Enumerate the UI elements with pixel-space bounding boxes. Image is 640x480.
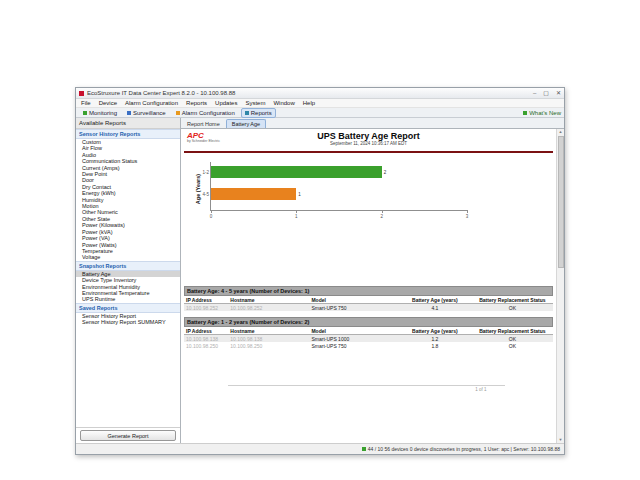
header-rule <box>184 151 553 153</box>
report-timestamp: September 11, 2024 10:36:17 AM EDT <box>184 141 553 146</box>
cell-model: Smart-UPS 1000 <box>309 335 398 343</box>
maximize-icon[interactable]: ▢ <box>543 90 549 96</box>
x-axis-tick-label: 3 <box>466 214 469 219</box>
section-header-saved-reports: Saved Reports <box>76 303 180 313</box>
cell-hostname: 10.100.98.250 <box>228 342 309 349</box>
apc-logo-text: APC <box>187 132 220 139</box>
scrollbar-thumb[interactable] <box>558 136 564 268</box>
status-ok-icon <box>362 447 366 451</box>
status-bar: 44 / 10 56 devices 0 device discoveries … <box>76 443 564 454</box>
tab-battery-age[interactable]: Battery Age <box>226 119 266 128</box>
table-row: 10.100.98.25010.100.98.250Smart-UPS 7501… <box>184 342 553 349</box>
cell-hostname: 10.100.98.138 <box>228 335 309 343</box>
window-controls: –▢✕ <box>533 90 561 96</box>
menu-updates[interactable]: Updates <box>215 100 237 106</box>
report-tables: Battery Age: 4 - 5 years (Number of Devi… <box>184 286 553 349</box>
apc-logo: APC by Schneider Electric <box>187 132 220 143</box>
menu-reports[interactable]: Reports <box>186 100 207 106</box>
chart-y-axis-label: Age (Years) <box>195 174 201 204</box>
section-header-sensor-history-reports: Sensor History Reports <box>76 129 180 139</box>
column-header-battery-age-years: Battery Age (years) <box>398 327 472 335</box>
section-header-snapshot-reports: Snapshot Reports <box>76 261 180 271</box>
x-axis-tick <box>211 210 212 213</box>
apc-logo-subtext: by Schneider Electric <box>187 139 220 143</box>
surveillance-icon <box>127 111 131 115</box>
whats-new-label: What's New <box>529 110 561 116</box>
chart-value-label: 2 <box>384 170 387 175</box>
perspective-label: Monitoring <box>89 110 117 116</box>
x-axis-tick <box>467 210 468 213</box>
app-icon <box>79 91 84 96</box>
x-axis-tick <box>382 210 383 213</box>
x-axis-tick-label: 2 <box>380 214 383 219</box>
table-battery-age-4-5-years-number-of-devices-1: Battery Age: 4 - 5 years (Number of Devi… <box>184 286 553 311</box>
table-header-row: IP AddressHostnameModelBattery Age (year… <box>184 296 553 304</box>
menu-alarm-configuration[interactable]: Alarm Configuration <box>125 100 178 106</box>
column-header-battery-replacement-status: Battery Replacement Status <box>472 327 553 335</box>
cell-ip-address: 10.100.98.138 <box>184 335 228 343</box>
table-row: 10.100.98.13810.100.98.138Smart-UPS 1000… <box>184 335 553 343</box>
column-header-model: Model <box>309 296 398 304</box>
chart-value-label: 1 <box>298 192 301 197</box>
report-body: APC by Schneider Electric UPS Battery Ag… <box>181 129 564 443</box>
chart-bar-4-5 <box>211 188 296 200</box>
menu-system[interactable]: System <box>245 100 265 106</box>
x-axis-tick <box>296 210 297 213</box>
footer-divider <box>228 385 505 386</box>
column-header-battery-age-years: Battery Age (years) <box>398 296 472 304</box>
table-title: Battery Age: 1 - 2 years (Number of Devi… <box>184 317 553 327</box>
table-header-row: IP AddressHostnameModelBattery Age (year… <box>184 327 553 335</box>
cell-battery-replacement-status: OK <box>472 342 553 349</box>
report-scrollbar[interactable]: ▲ ▼ <box>556 129 564 443</box>
scroll-down-icon[interactable]: ▼ <box>559 437 563 443</box>
column-header-ip-address: IP Address <box>184 327 228 335</box>
status-text: 44 / 10 56 devices 0 device discoveries … <box>368 446 560 452</box>
tab-report-home[interactable]: Report Home <box>184 120 223 128</box>
menu-device[interactable]: Device <box>99 100 117 106</box>
perspective-bar: MonitoringSurveillanceAlarm Configuratio… <box>76 108 564 118</box>
column-header-model: Model <box>309 327 398 335</box>
cell-battery-age-years: 4.1 <box>398 304 472 312</box>
title-bar: EcoStruxure IT Data Center Expert 8.2.0 … <box>76 88 564 99</box>
chart-bar-1-2 <box>211 166 382 178</box>
perspective-label: Alarm Configuration <box>182 110 235 116</box>
cell-model: Smart-UPS 750 <box>309 304 398 312</box>
whats-new-link[interactable]: What's New <box>523 110 561 116</box>
page-indicator: 1 of 1 <box>475 387 486 392</box>
report-tab-strip: Report Home Battery Age <box>181 118 564 129</box>
column-header-ip-address: IP Address <box>184 296 228 304</box>
report-title: UPS Battery Age Report <box>184 132 553 141</box>
minimize-icon[interactable]: – <box>533 90 536 96</box>
cell-battery-replacement-status: OK <box>472 335 553 343</box>
scroll-up-icon[interactable]: ▲ <box>559 129 563 135</box>
menu-file[interactable]: File <box>81 100 91 106</box>
cell-ip-address: 10.100.98.252 <box>184 304 228 312</box>
perspective-label: Surveillance <box>133 110 166 116</box>
alarm-configuration-icon <box>176 111 180 115</box>
perspective-tab-monitoring[interactable]: Monitoring <box>79 108 121 118</box>
perspective-tab-reports[interactable]: Reports <box>241 108 276 118</box>
app-window: EcoStruxure IT Data Center Expert 8.2.0 … <box>75 87 565 455</box>
sidebar-item-sensor-history-report-summary[interactable]: Sensor History Report SUMMARY <box>76 319 180 325</box>
column-header-hostname: Hostname <box>228 327 309 335</box>
cell-hostname: 10.100.98.252 <box>228 304 309 312</box>
perspective-tab-alarm-configuration[interactable]: Alarm Configuration <box>172 108 239 118</box>
table-title: Battery Age: 4 - 5 years (Number of Devi… <box>184 286 553 296</box>
device-table: IP AddressHostnameModelBattery Age (year… <box>184 327 553 349</box>
perspective-tab-surveillance[interactable]: Surveillance <box>123 108 170 118</box>
chart-category-label: 4-5 <box>195 192 209 197</box>
menu-help[interactable]: Help <box>303 100 315 106</box>
chart-category-label: 1-2 <box>195 170 209 175</box>
generate-report-button[interactable]: Generate Report <box>80 430 176 441</box>
close-icon[interactable]: ✕ <box>556 90 561 96</box>
available-reports-panel: Available Reports Sensor History Reports… <box>76 118 181 443</box>
column-header-battery-replacement-status: Battery Replacement Status <box>472 296 553 304</box>
sidebar-title: Available Reports <box>76 118 180 129</box>
window-title: EcoStruxure IT Data Center Expert 8.2.0 … <box>87 90 533 96</box>
reports-icon <box>245 111 249 115</box>
cell-battery-replacement-status: OK <box>472 304 553 312</box>
main-area: Available Reports Sensor History Reports… <box>76 118 564 443</box>
perspective-label: Reports <box>251 110 272 116</box>
menu-window[interactable]: Window <box>273 100 294 106</box>
column-header-hostname: Hostname <box>228 296 309 304</box>
